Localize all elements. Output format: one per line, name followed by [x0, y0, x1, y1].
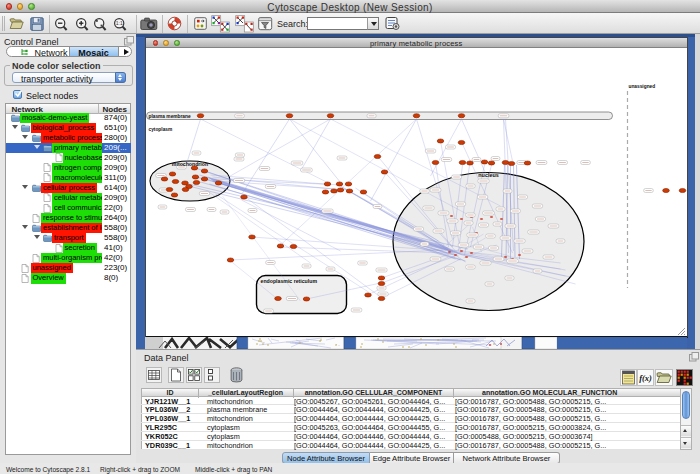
svg-text:nucleus: nucleus	[478, 172, 498, 178]
svg-text:unassigned: unassigned	[629, 84, 656, 89]
svg-text:cytoplasm: cytoplasm	[149, 127, 173, 132]
svg-text:mitochondrion: mitochondrion	[172, 161, 208, 167]
svg-text:plasma membrane: plasma membrane	[149, 114, 191, 119]
svg-text:endoplasmic reticulum: endoplasmic reticulum	[261, 278, 318, 284]
